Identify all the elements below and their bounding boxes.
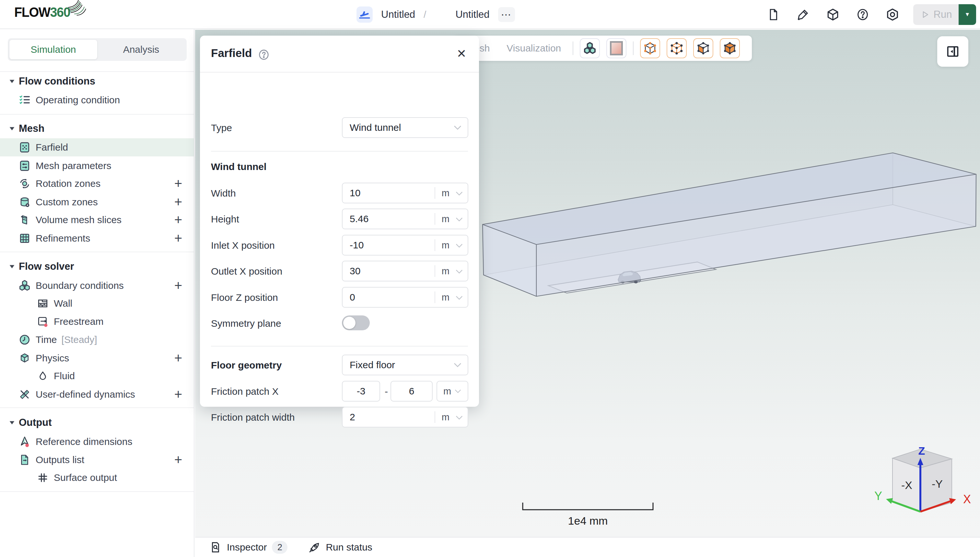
sidebar-item-operating-condition[interactable]: Operating condition xyxy=(0,91,194,109)
rocket-icon xyxy=(308,541,320,554)
viewport-tab-visualization[interactable]: Visualization xyxy=(506,43,561,54)
sidebar-item-physics[interactable]: Physics + xyxy=(0,349,194,367)
height-input[interactable] xyxy=(343,209,430,229)
axis-triad: -X -Y Z Y X xyxy=(874,445,971,511)
sidebar-item-farfield[interactable]: Farfield xyxy=(0,138,194,156)
farfield-domain-icon xyxy=(18,141,31,154)
breadcrumb-more-button[interactable]: ⋯ xyxy=(498,7,515,22)
run-button[interactable]: Run xyxy=(913,4,959,25)
run-status-toggle[interactable]: Run status xyxy=(308,541,372,554)
chevron-down-icon xyxy=(455,269,463,274)
top-bar: FLOW360 Untitled / xyxy=(0,0,980,29)
add-output-button[interactable]: + xyxy=(171,453,185,467)
friction-patch-width-unit[interactable]: m xyxy=(442,412,449,423)
inlet-x-label: Inlet X position xyxy=(211,240,275,251)
outlet-x-field: m xyxy=(342,261,468,282)
friction-patch-x-from-field[interactable]: -3 xyxy=(342,381,380,402)
symmetry-plane-toggle[interactable] xyxy=(342,316,370,330)
section-mesh[interactable]: Mesh xyxy=(0,121,194,137)
run-dropdown-button[interactable]: ▼ xyxy=(959,4,976,25)
sidebar-item-mesh-parameters[interactable]: Mesh parameters xyxy=(0,157,194,175)
tab-analysis[interactable]: Analysis xyxy=(97,40,185,59)
add-custom-zone-button[interactable]: + xyxy=(171,195,185,209)
sidebar-item-outputs-list[interactable]: Outputs list + xyxy=(0,451,194,469)
height-unit[interactable]: m xyxy=(442,214,449,225)
add-rotation-zone-button[interactable]: + xyxy=(171,176,185,191)
sidebar-item-boundary-conditions[interactable]: Boundary conditions + xyxy=(0,277,194,295)
sidebar-item-surface-output[interactable]: Surface output xyxy=(0,469,194,487)
friction-patch-width-input[interactable] xyxy=(343,407,430,427)
tab-simulation[interactable]: Simulation xyxy=(10,40,97,59)
breadcrumb-project-name[interactable]: Untitled xyxy=(381,9,415,20)
caret-down-icon xyxy=(8,125,16,132)
flow360-logo[interactable]: FLOW360 xyxy=(14,5,89,20)
logo-wave-icon xyxy=(68,0,89,18)
surface-color-button[interactable] xyxy=(606,38,626,58)
geometry-cube-icon[interactable] xyxy=(818,0,848,29)
settings-icon[interactable] xyxy=(877,0,907,29)
inlet-x-unit[interactable]: m xyxy=(442,240,449,251)
inlet-x-input[interactable] xyxy=(343,235,430,255)
boundary-display-button[interactable] xyxy=(580,38,600,58)
friction-patch-x-unit[interactable]: m xyxy=(436,381,468,402)
caret-down-icon xyxy=(8,419,16,426)
sidebar-item-custom-zones[interactable]: Custom zones + xyxy=(0,193,194,211)
rotation-zones-icon xyxy=(18,177,31,190)
sidebar-item-wall[interactable]: Wall xyxy=(0,294,194,313)
chevron-down-icon xyxy=(455,243,463,248)
section-output[interactable]: Output xyxy=(0,415,194,431)
width-unit[interactable]: m xyxy=(442,188,449,199)
sidebar-item-volume-mesh-slices[interactable]: Volume mesh slices + xyxy=(0,211,194,229)
show-vertices-button[interactable] xyxy=(640,38,660,58)
sidebar-item-refinements[interactable]: Refinements + xyxy=(0,229,194,248)
floor-z-unit[interactable]: m xyxy=(442,292,449,303)
close-icon[interactable]: ✕ xyxy=(454,46,469,62)
chevron-down-icon xyxy=(453,362,462,368)
floor-geometry-label: Floor geometry xyxy=(211,360,282,371)
volume-mesh-slices-icon xyxy=(18,213,31,226)
panel-title: Farfield xyxy=(211,47,252,60)
play-icon xyxy=(920,10,930,20)
width-input[interactable] xyxy=(343,183,430,203)
sidebar-item-time[interactable]: Time[Steady] xyxy=(0,331,194,349)
scale-bar: 1e4 mm xyxy=(523,503,653,527)
floor-geometry-select[interactable]: Fixed floor xyxy=(342,355,468,375)
add-user-defined-dynamics-button[interactable]: + xyxy=(171,387,185,402)
add-refinement-button[interactable]: + xyxy=(171,231,185,246)
edit-pen-icon[interactable] xyxy=(788,0,818,29)
breadcrumb-separator: / xyxy=(423,9,426,20)
floor-z-input[interactable] xyxy=(343,288,430,307)
add-physics-button[interactable]: + xyxy=(171,351,185,365)
section-flow-conditions[interactable]: Flow conditions xyxy=(0,73,194,90)
viewport-toolbar: Mesh Visualization xyxy=(454,36,752,61)
outlet-x-input[interactable] xyxy=(343,261,430,281)
friction-patch-x-label: Friction patch X xyxy=(211,386,278,397)
divider xyxy=(0,407,194,408)
show-edges-button[interactable] xyxy=(666,38,687,58)
divider xyxy=(633,41,634,55)
sidebar-item-fluid[interactable]: Fluid xyxy=(0,367,194,385)
sidebar-item-rotation-zones[interactable]: Rotation zones + xyxy=(0,174,194,193)
section-flow-solver[interactable]: Flow solver xyxy=(0,259,194,275)
show-surfaces-button[interactable] xyxy=(693,38,713,58)
help-icon[interactable] xyxy=(848,0,877,29)
show-volume-button[interactable] xyxy=(720,38,740,58)
breadcrumb-case-name[interactable]: Untitled xyxy=(455,9,489,20)
help-circle-icon[interactable] xyxy=(258,49,270,62)
collapse-panel-button[interactable] xyxy=(937,36,969,67)
type-label: Type xyxy=(211,122,232,134)
run-button-group: Run ▼ xyxy=(913,4,976,25)
add-boundary-condition-button[interactable]: + xyxy=(171,278,185,293)
type-select[interactable]: Wind tunnel xyxy=(342,117,468,138)
run-status-label: Run status xyxy=(326,542,372,553)
hexagons-icon xyxy=(583,41,597,55)
new-document-icon[interactable] xyxy=(758,0,788,29)
sidebar-item-freestream[interactable]: Freestream xyxy=(0,313,194,331)
project-plane-icon[interactable] xyxy=(356,7,373,23)
sidebar-item-reference-dimensions[interactable]: Reference dimensions xyxy=(0,433,194,451)
sidebar-item-user-defined-dynamics[interactable]: User-defined dynamics + xyxy=(0,385,194,404)
inspector-toggle[interactable]: Inspector 2 xyxy=(209,541,287,554)
friction-patch-x-to-field[interactable]: 6 xyxy=(390,381,433,402)
outlet-x-unit[interactable]: m xyxy=(442,266,449,277)
add-volume-mesh-slice-button[interactable]: + xyxy=(171,213,185,227)
